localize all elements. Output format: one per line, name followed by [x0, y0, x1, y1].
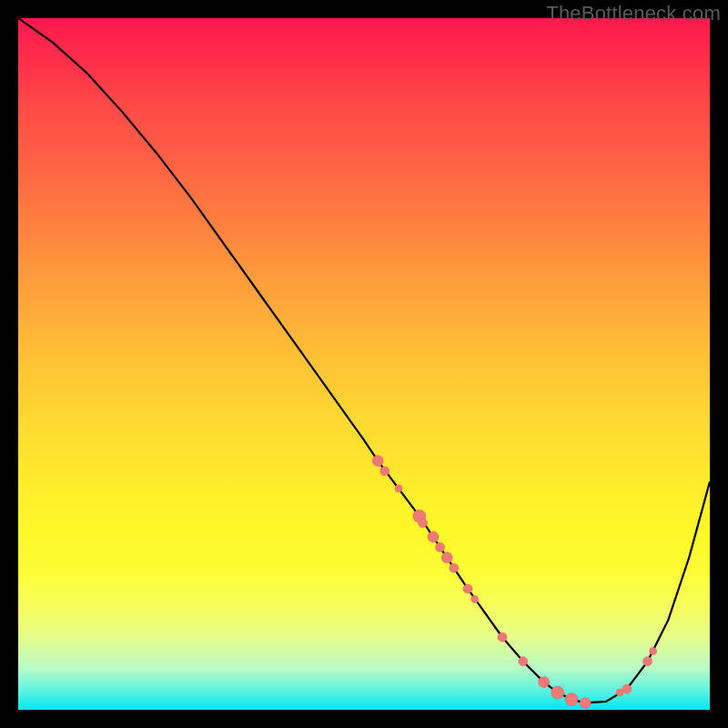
highlight-marker: [395, 485, 402, 492]
highlight-marker: [551, 686, 564, 699]
watermark-label: TheBottleneck.com: [546, 2, 721, 25]
highlight-marker: [441, 552, 452, 563]
highlight-marker: [436, 542, 445, 551]
highlight-marker: [580, 697, 591, 708]
highlight-marker: [471, 595, 479, 602]
highlight-marker: [450, 563, 459, 572]
highlight-marker: [519, 657, 528, 666]
highlight-marker: [643, 657, 652, 666]
highlight-marker: [463, 584, 472, 593]
highlight-marker: [419, 519, 428, 528]
highlight-marker: [650, 647, 657, 654]
highlight-marker: [380, 467, 389, 476]
highlight-markers: [372, 455, 656, 708]
chart-svg: [18, 18, 710, 710]
bottleneck-curve: [18, 18, 710, 703]
highlight-marker: [622, 684, 632, 693]
chart-plot-area: [18, 18, 710, 710]
highlight-marker: [428, 531, 439, 542]
highlight-marker: [372, 455, 383, 466]
highlight-marker: [565, 693, 578, 706]
highlight-marker: [539, 677, 550, 688]
highlight-marker: [498, 632, 507, 642]
